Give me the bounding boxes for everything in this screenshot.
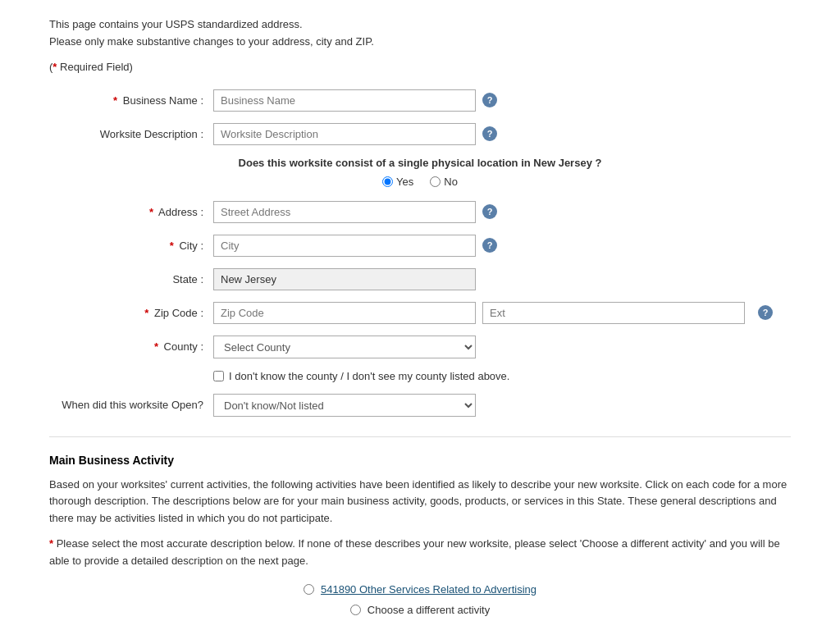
main-business-description: Based on your worksites' current activit… [49,477,791,527]
business-name-input[interactable] [213,89,476,112]
worksite-description-row: Worksite Description : ? [49,123,791,145]
single-location-question: Does this worksite consist of a single p… [49,157,791,169]
worksite-open-select[interactable]: Don't know/Not listed [213,394,476,417]
main-business-title: Main Business Activity [49,454,791,467]
county-checkbox-row: I don't know the county / I don't see my… [213,370,791,382]
state-value: New Jersey [213,268,476,290]
worksite-open-row: When did this worksite Open? Don't know/… [49,394,791,417]
ext-input[interactable] [482,302,745,324]
intro-section: This page contains your USPS standardize… [49,16,791,51]
activity-link-1[interactable]: 541890 Other Services Related to Adverti… [321,583,536,596]
worksite-description-label: Worksite Description : [49,128,213,140]
worksite-open-label: When did this worksite Open? [49,399,213,411]
no-label: No [444,176,458,188]
required-select-text: * Please select the most accurate descri… [49,536,791,570]
no-radio[interactable] [430,176,441,187]
intro-line1: This page contains your USPS standardize… [49,16,791,34]
address-row: * Address : ? [49,201,791,223]
city-label: * City : [49,240,213,252]
state-label: State : [49,273,213,285]
worksite-description-input[interactable] [213,123,476,145]
state-row: State : New Jersey [49,268,791,290]
business-name-label: * Business Name : [49,94,213,107]
zip-label: * Zip Code : [49,307,213,319]
required-note: (* Required Field) [49,61,791,73]
address-input[interactable] [213,201,476,223]
activity-option-1: 541890 Other Services Related to Adverti… [304,583,536,596]
single-location-section: Does this worksite consist of a single p… [49,157,791,188]
city-input[interactable] [213,235,476,257]
yes-radio[interactable] [382,176,393,187]
no-radio-label[interactable]: No [430,176,458,188]
intro-line2: Please only make substantive changes to … [49,34,791,51]
county-select[interactable]: Select County [213,336,476,358]
section-divider [49,436,791,437]
activity-label-2[interactable]: Choose a different activity [368,604,490,616]
county-unknown-label[interactable]: I don't know the county / I don't see my… [229,370,509,382]
zip-help-icon[interactable]: ? [758,305,773,320]
activity-option-2: Choose a different activity [350,604,490,616]
yes-radio-label[interactable]: Yes [382,176,413,188]
required-select-desc: Please select the most accurate descript… [49,537,780,567]
address-label: * Address : [49,206,213,218]
worksite-description-help-icon[interactable]: ? [482,126,497,141]
activity-label-1[interactable]: 541890 Other Services Related to Adverti… [321,583,536,596]
single-location-radio-group: Yes No [49,176,791,188]
address-help-icon[interactable]: ? [482,204,497,219]
zip-inputs: ? [213,302,773,324]
business-name-help-icon[interactable]: ? [482,93,497,107]
county-row: * County : Select County [49,336,791,358]
business-name-row: * Business Name : ? [49,89,791,112]
activity-radio-2[interactable] [350,605,361,615]
zip-row: * Zip Code : ? [49,302,791,324]
yes-label: Yes [396,176,413,188]
city-help-icon[interactable]: ? [482,238,497,253]
activity-radio-1[interactable] [304,584,314,595]
city-row: * City : ? [49,235,791,257]
county-label: * County : [49,340,213,353]
zip-input[interactable] [213,302,476,324]
activity-options: 541890 Other Services Related to Adverti… [49,583,791,616]
county-unknown-checkbox[interactable] [213,371,224,381]
